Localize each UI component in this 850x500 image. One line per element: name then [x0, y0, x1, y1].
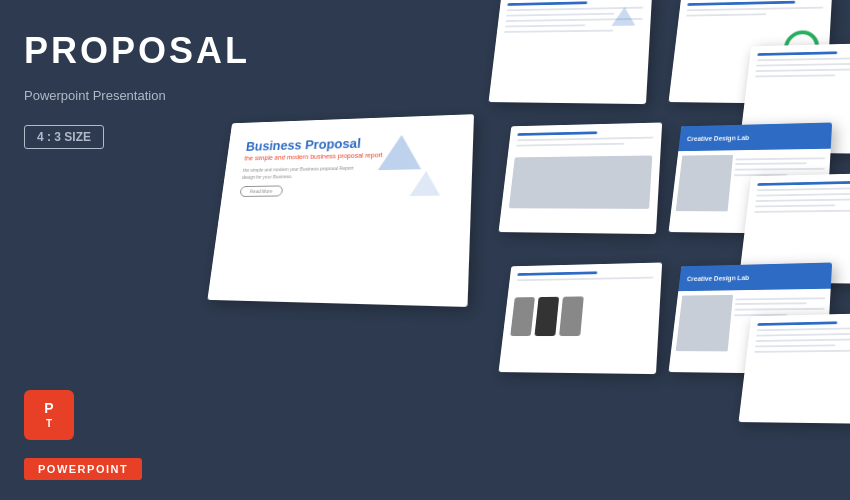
- triangle-decoration-1: [378, 134, 423, 170]
- slide-header-blue: Creative Design Lab: [678, 122, 832, 151]
- mini-phones: [510, 295, 652, 336]
- powerpoint-label: POWERPOINT: [24, 458, 142, 480]
- mini-phone-1: [510, 297, 535, 336]
- slide-photo-2: [676, 295, 733, 352]
- deco-triangle: [612, 7, 637, 26]
- slide-image: [509, 155, 652, 208]
- powerpoint-icon: PT: [24, 390, 74, 440]
- slide-top-1: [489, 0, 653, 104]
- slide-main-body: the simple and modern your Business prop…: [242, 164, 363, 181]
- slide-bot-3: [739, 312, 850, 424]
- ppt-icon-container: PT: [24, 390, 74, 440]
- mini-phone-2: [534, 297, 559, 336]
- slide-photo: [676, 155, 733, 212]
- slide-bot-1: [499, 262, 663, 374]
- mini-phone-3: [559, 296, 584, 336]
- slide-main: Business Proposal the simple and modern …: [207, 114, 474, 307]
- triangle-decoration-2: [410, 171, 442, 196]
- slide-mid-1: [499, 122, 663, 234]
- subtitle: Powerpoint Presentation: [24, 88, 196, 103]
- size-badge: 4 : 3 SIZE: [24, 125, 104, 149]
- slides-area: Business Proposal the simple and modern …: [180, 0, 850, 500]
- page-title: PROPOSAL: [24, 30, 196, 72]
- slide-bottom-header-blue: Creative Design Lab: [678, 262, 832, 291]
- slide-read-more: Read More: [239, 185, 283, 196]
